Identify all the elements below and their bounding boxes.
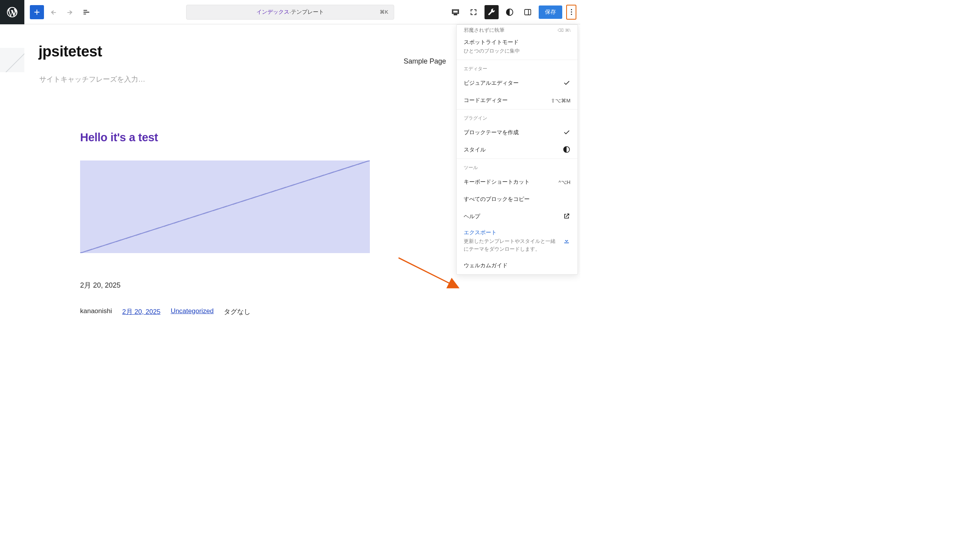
post-meta: kanaonishi 2月 20, 2025 Uncategorized タグな… — [80, 307, 371, 316]
menu-distraction-free-label: 邪魔されずに執筆 — [464, 27, 505, 34]
menu-visual-editor[interactable]: ビジュアルエディター — [457, 75, 578, 92]
menu-spotlight-mode[interactable]: スポットライトモード ひとつのブロックに集中 — [457, 35, 578, 60]
menu-export-desc: 更新したテンプレートやスタイルと一緒にテーマをダウンロードします。 — [464, 238, 559, 253]
menu-create-block-theme-label: ブロックテーマを作成 — [464, 129, 519, 136]
wp-logo-button[interactable] — [0, 0, 24, 24]
menu-welcome-guide-label: ウェルカムガイド — [464, 262, 508, 269]
menu-keyboard-shortcuts-label: キーボードショートカット — [464, 179, 530, 186]
view-desktop-icon[interactable] — [448, 5, 463, 19]
site-logo-placeholder[interactable] — [0, 48, 24, 72]
post-date-link[interactable]: 2月 20, 2025 — [122, 307, 160, 316]
menu-distraction-free[interactable]: 邪魔されずに執筆 ⌫ ⌘\ — [457, 25, 578, 35]
menu-copy-all-blocks-label: すべてのブロックをコピー — [464, 196, 530, 203]
menu-help-label: ヘルプ — [464, 213, 480, 220]
group-plugin-label: プラグイン — [457, 109, 578, 124]
styles-icon[interactable] — [503, 5, 517, 19]
menu-keyboard-shortcuts-shortcut: ^⌥H — [559, 179, 571, 185]
group-editor-label: エディター — [457, 60, 578, 75]
post-category-link[interactable]: Uncategorized — [171, 307, 214, 316]
menu-help[interactable]: ヘルプ — [457, 208, 578, 225]
menu-copy-all-blocks[interactable]: すべてのブロックをコピー — [457, 191, 578, 208]
site-tagline-placeholder[interactable]: サイトキャッチフレーズを入力… — [39, 75, 145, 84]
contrast-icon — [563, 146, 570, 155]
settings-sidebar-icon[interactable] — [521, 5, 535, 19]
redo-button[interactable] — [63, 5, 77, 19]
post-tags-none[interactable]: タグなし — [224, 307, 250, 316]
svg-rect-0 — [525, 9, 531, 15]
group-tools-label: ツール — [457, 159, 578, 173]
tools-wrench-icon[interactable] — [485, 5, 499, 19]
options-dropdown: 邪魔されずに執筆 ⌫ ⌘\ スポットライトモード ひとつのブロックに集中 エディ… — [456, 24, 578, 275]
check-icon — [563, 128, 570, 137]
menu-spotlight-label: スポットライトモード — [464, 39, 519, 46]
document-overview-button[interactable] — [79, 5, 93, 19]
command-bar[interactable]: インデックス · テンプレート ⌘K — [186, 5, 394, 20]
top-toolbar: インデックス · テンプレート ⌘K 保存 — [0, 0, 580, 24]
menu-export-label: エクスポート — [464, 229, 559, 236]
post-author[interactable]: kanaonishi — [80, 307, 112, 316]
post-title[interactable]: Hello it's a test — [80, 131, 371, 144]
options-more-button[interactable] — [566, 5, 576, 20]
undo-button[interactable] — [46, 5, 60, 19]
menu-export[interactable]: エクスポート 更新したテンプレートやスタイルと一緒にテーマをダウンロードします。 — [457, 225, 578, 257]
menu-style[interactable]: スタイル — [457, 141, 578, 159]
menu-keyboard-shortcuts[interactable]: キーボードショートカット ^⌥H — [457, 173, 578, 191]
download-icon — [563, 237, 570, 246]
check-icon — [563, 79, 570, 88]
command-bar-index: インデックス — [256, 9, 289, 16]
menu-spotlight-desc: ひとつのブロックに集中 — [464, 47, 520, 55]
left-tool-group — [24, 5, 99, 19]
post-block: Hello it's a test 2月 20, 2025 kanaonishi… — [80, 131, 371, 316]
menu-create-block-theme[interactable]: ブロックテーマを作成 — [457, 124, 578, 141]
right-tool-group: 保存 — [448, 5, 580, 20]
nav-sample-page[interactable]: Sample Page — [404, 57, 446, 66]
featured-image-placeholder[interactable] — [80, 160, 370, 253]
dots-vertical-icon — [571, 9, 572, 15]
save-button[interactable]: 保存 — [539, 5, 562, 19]
menu-code-editor-label: コードエディター — [464, 97, 508, 104]
menu-distraction-free-shortcut: ⌫ ⌘\ — [558, 28, 570, 33]
site-title[interactable]: jpsitetest — [38, 43, 102, 60]
command-bar-shortcut: ⌘K — [380, 9, 388, 15]
menu-code-editor[interactable]: コードエディター ⇧⌥⌘M — [457, 92, 578, 109]
command-bar-template: テンプレート — [291, 9, 324, 16]
annotation-arrow — [397, 256, 463, 295]
menu-welcome-guide[interactable]: ウェルカムガイド — [457, 257, 578, 274]
menu-style-label: スタイル — [464, 146, 486, 153]
post-date[interactable]: 2月 20, 2025 — [80, 281, 371, 290]
svg-line-2 — [399, 258, 457, 287]
zoom-out-icon[interactable] — [466, 5, 481, 19]
menu-visual-editor-label: ビジュアルエディター — [464, 80, 519, 87]
menu-code-editor-shortcut: ⇧⌥⌘M — [551, 98, 570, 104]
external-link-icon — [563, 212, 570, 221]
block-inserter-button[interactable] — [30, 5, 44, 19]
